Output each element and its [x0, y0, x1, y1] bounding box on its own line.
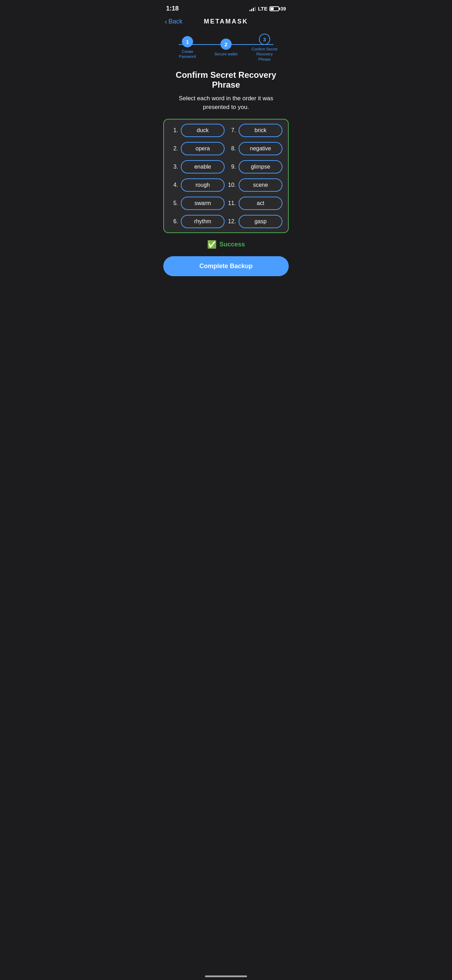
word-item-2[interactable]: 2. opera: [170, 142, 224, 155]
word-item-9[interactable]: 9. glimpse: [228, 160, 282, 173]
success-row: ✅ Success: [158, 233, 294, 255]
word-pill-10[interactable]: scene: [239, 178, 282, 192]
step-2-label: Secure wallet: [215, 51, 237, 56]
success-checkmark-icon: ✅: [207, 240, 216, 249]
step-3-label: Confirm Secret Recovery Phrase: [250, 47, 279, 62]
battery-icon: 39: [269, 6, 286, 11]
page-subtitle: Select each word in the order it was pre…: [158, 94, 294, 119]
word-pill-6[interactable]: rhythm: [181, 215, 224, 228]
word-pill-3[interactable]: enable: [181, 160, 224, 173]
home-indicator: [158, 971, 294, 980]
stepper: 1 Create Password 2 Secure wallet 3 Conf…: [158, 29, 294, 65]
status-time: 1:18: [166, 5, 179, 12]
word-num-2: 2.: [170, 145, 178, 152]
complete-backup-button[interactable]: Complete Backup: [163, 256, 289, 276]
app-title: METAMASK: [204, 18, 248, 25]
word-num-9: 9.: [228, 164, 236, 170]
signal-icon: [250, 6, 256, 11]
word-num-6: 6.: [170, 218, 178, 225]
word-num-8: 8.: [228, 145, 236, 152]
word-item-11[interactable]: 11. act: [228, 197, 282, 210]
word-num-5: 5.: [170, 200, 178, 207]
word-pill-1[interactable]: duck: [181, 124, 224, 137]
step-2-circle: 2: [220, 38, 232, 50]
lte-label: LTE: [258, 6, 267, 11]
status-right: LTE 39: [250, 6, 286, 11]
word-item-8[interactable]: 8. negative: [228, 142, 282, 155]
battery-percent: 39: [280, 6, 286, 11]
word-num-11: 11.: [228, 200, 236, 207]
step-2: 2 Secure wallet: [207, 38, 245, 56]
word-item-5[interactable]: 5. swarm: [170, 197, 224, 210]
word-pill-8[interactable]: negative: [239, 142, 282, 155]
step-1: 1 Create Password: [168, 36, 207, 59]
word-pill-11[interactable]: act: [239, 197, 282, 210]
word-item-12[interactable]: 12. gasp: [228, 215, 282, 228]
word-item-6[interactable]: 6. rhythm: [170, 215, 224, 228]
word-item-4[interactable]: 4. rough: [170, 178, 224, 192]
word-pill-9[interactable]: glimpse: [239, 160, 282, 173]
step-3: 3 Confirm Secret Recovery Phrase: [245, 33, 284, 62]
back-button[interactable]: ‹ Back: [165, 18, 183, 25]
step-1-circle: 1: [182, 36, 193, 47]
word-item-10[interactable]: 10. scene: [228, 178, 282, 192]
word-num-12: 12.: [228, 218, 236, 225]
word-pill-4[interactable]: rough: [181, 178, 224, 192]
word-num-1: 1.: [170, 127, 178, 134]
step-3-circle: 3: [259, 33, 270, 45]
home-bar: [205, 975, 247, 977]
success-label: Success: [220, 241, 245, 248]
word-num-10: 10.: [228, 182, 236, 188]
step-1-label: Create Password: [173, 49, 202, 59]
header: ‹ Back METAMASK: [158, 15, 294, 29]
page-title: Confirm Secret Recovery Phrase: [158, 65, 294, 94]
word-pill-5[interactable]: swarm: [181, 197, 224, 210]
back-label: Back: [169, 18, 183, 25]
word-num-4: 4.: [170, 182, 178, 188]
status-bar: 1:18 LTE 39: [158, 0, 294, 15]
word-item-3[interactable]: 3. enable: [170, 160, 224, 173]
words-container: 1. duck 7. brick 2. opera 8. negative 3.…: [163, 119, 289, 233]
word-num-7: 7.: [228, 127, 236, 134]
back-chevron-icon: ‹: [165, 18, 167, 25]
word-item-1[interactable]: 1. duck: [170, 124, 224, 137]
word-pill-7[interactable]: brick: [239, 124, 282, 137]
word-pill-12[interactable]: gasp: [239, 215, 282, 228]
words-grid: 1. duck 7. brick 2. opera 8. negative 3.…: [170, 124, 282, 228]
word-item-7[interactable]: 7. brick: [228, 124, 282, 137]
word-pill-2[interactable]: opera: [181, 142, 224, 155]
word-num-3: 3.: [170, 164, 178, 170]
